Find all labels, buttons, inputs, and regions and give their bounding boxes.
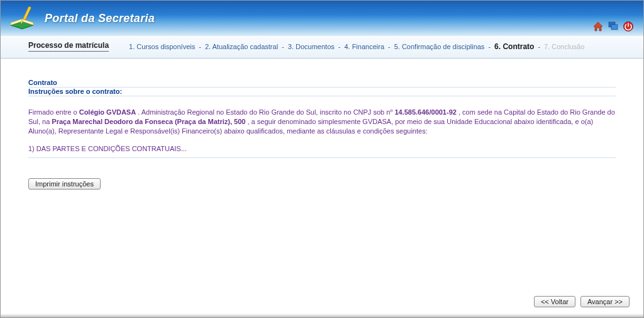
wizard-nav-buttons: << Voltar Avançar >> bbox=[534, 296, 630, 307]
contract-text: Firmado entre o Colégio GVDASA . Adminis… bbox=[28, 108, 616, 136]
header-actions bbox=[592, 21, 634, 32]
wizard-steps-bar: Processo de matrícula 1. Cursos disponív… bbox=[1, 36, 643, 59]
contract-address: Praça Marechal Deodoro da Fonseca (Praça… bbox=[52, 118, 245, 125]
logo-area: Portal da Secretaria bbox=[8, 5, 155, 31]
contract-intro-prefix: Firmado entre o bbox=[28, 108, 79, 116]
wizard-title: Processo de matrícula bbox=[28, 41, 109, 52]
step-2[interactable]: 2. Atualização cadastral bbox=[205, 43, 278, 50]
back-button[interactable]: << Voltar bbox=[534, 296, 575, 307]
step-1[interactable]: 1. Cursos disponíveis bbox=[129, 43, 195, 50]
section-title: Contrato bbox=[28, 79, 616, 88]
home-icon[interactable] bbox=[592, 21, 604, 32]
step-4[interactable]: 4. Financeira bbox=[344, 43, 384, 50]
print-instructions-button[interactable]: Imprimir instruções bbox=[28, 178, 101, 190]
step-7-disabled: 7. Conclusão bbox=[544, 43, 584, 50]
contract-intro-mid1: . Administração Regional no Estado do Ri… bbox=[138, 108, 394, 116]
next-button[interactable]: Avançar >> bbox=[580, 296, 630, 307]
step-3[interactable]: 3. Documentos bbox=[288, 43, 335, 50]
app-header: Portal da Secretaria bbox=[1, 1, 643, 36]
wizard-steps: 1. Cursos disponíveis - 2. Atualização c… bbox=[129, 42, 584, 51]
contract-cnpj: 14.585.646/0001-92 bbox=[394, 108, 456, 116]
step-5[interactable]: 5. Confirmação de disciplinas bbox=[394, 43, 485, 50]
step-separator: - bbox=[488, 43, 491, 50]
contract-institution: Colégio GVDASA bbox=[79, 108, 136, 116]
app-title: Portal da Secretaria bbox=[45, 12, 155, 25]
book-pencil-icon bbox=[8, 5, 38, 31]
windows-icon[interactable] bbox=[608, 21, 619, 32]
step-6-current: 6. Contrato bbox=[494, 42, 534, 51]
svg-rect-3 bbox=[611, 25, 618, 30]
power-icon[interactable] bbox=[623, 21, 634, 32]
contract-clause-1: 1) DAS PARTES E CONDIÇÕES CONTRATUAIS... bbox=[28, 145, 616, 158]
main-content: Contrato Instruções sobre o contrato: Fi… bbox=[1, 59, 643, 190]
bottom-shadow bbox=[1, 314, 643, 317]
section-subtitle: Instruções sobre o contrato: bbox=[28, 88, 616, 96]
svg-rect-0 bbox=[23, 6, 31, 20]
step-separator: - bbox=[338, 43, 341, 50]
step-separator: - bbox=[538, 43, 540, 50]
step-separator: - bbox=[199, 43, 201, 50]
step-separator: - bbox=[282, 43, 284, 50]
step-separator: - bbox=[388, 43, 391, 50]
